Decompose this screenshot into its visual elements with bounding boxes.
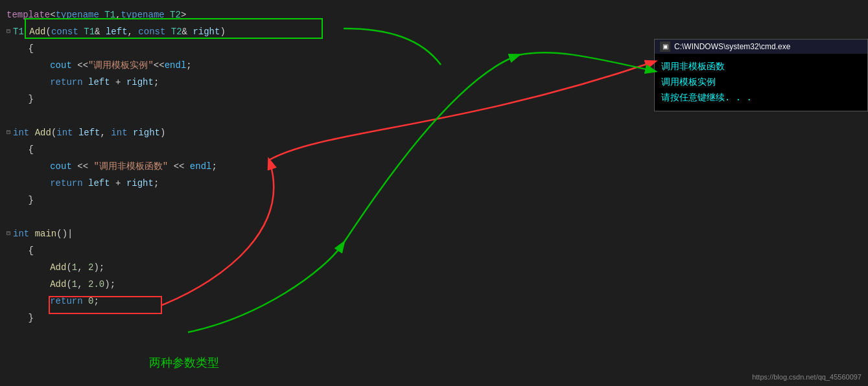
code-line-blank2 (0, 209, 376, 225)
code-line-13: { (0, 242, 376, 259)
collapse-icon-2[interactable]: ⊟ (6, 25, 10, 39)
code-line-7: ⊟int Add(int left, int right) (0, 124, 376, 141)
code-editor: template<typename T1,typename T2> ⊟T1 Ad… (0, 0, 376, 386)
code-line-12: ⊟int main()| (0, 225, 376, 242)
code-line-9: cout << "调用非模板函数" << endl; (0, 158, 376, 175)
code-line-17: } (0, 310, 376, 326)
cmd-line-2: 调用模板实例 (661, 74, 861, 90)
collapse-icon-12[interactable]: ⊟ (6, 227, 10, 241)
code-line-6: } (0, 91, 376, 108)
cmd-window: ▣ C:\WINDOWS\system32\cmd.exe 调用非模板函数 调用… (654, 39, 868, 111)
code-line-16: return 0; (0, 293, 376, 310)
code-line-1: template<typename T1,typename T2> (0, 6, 376, 23)
code-line-4: cout <<"调用模板实例"<<endl; (0, 57, 376, 74)
code-line-3: { (0, 40, 376, 57)
code-line-11: } (0, 192, 376, 209)
code-line-8: { (0, 141, 376, 158)
collapse-icon-7[interactable]: ⊟ (6, 126, 10, 140)
cmd-content: 调用非模板函数 调用模板实例 请按任意键继续. . . (655, 54, 867, 111)
cmd-title: C:\WINDOWS\system32\cmd.exe (674, 42, 790, 51)
cmd-icon: ▣ (660, 41, 670, 52)
keyword-template: template (6, 8, 50, 22)
cmd-titlebar: ▣ C:\WINDOWS\system32\cmd.exe (655, 40, 867, 54)
code-line-blank1 (0, 108, 376, 124)
code-line-5: return left + right; (0, 74, 376, 91)
cmd-line-1: 调用非模板函数 (661, 59, 861, 74)
code-line-2: ⊟T1 Add(const T1& left, const T2& right) (0, 23, 376, 40)
code-line-10: return left + right; (0, 175, 376, 192)
code-line-14: Add(1, 2); (0, 259, 376, 276)
code-line-15: Add(1, 2.0); (0, 276, 376, 293)
watermark: https://blog.csdn.net/qq_45560097 (752, 373, 862, 381)
cmd-line-3: 请按任意键继续. . . (661, 90, 861, 106)
